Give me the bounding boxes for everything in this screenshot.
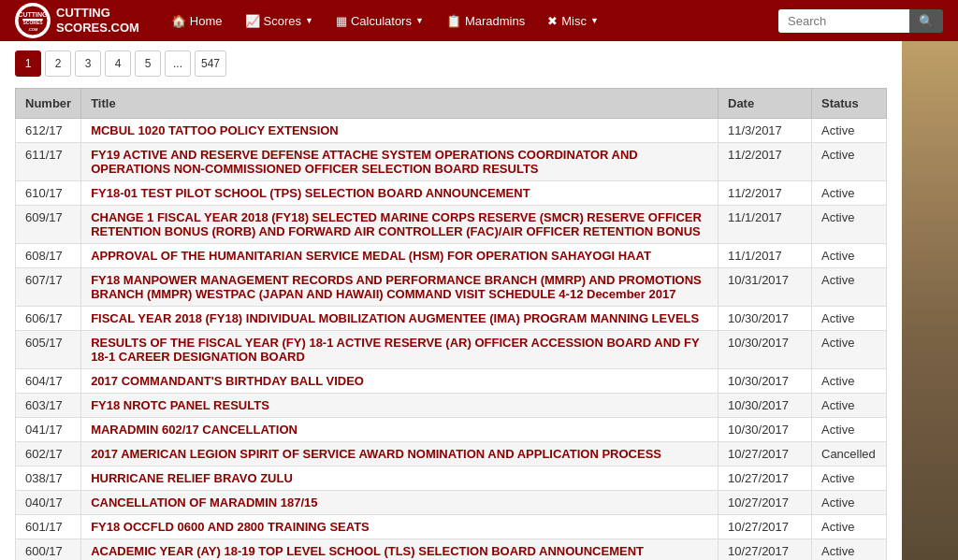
calculators-caret-icon: ▼ xyxy=(415,16,424,25)
col-number: Number xyxy=(16,89,81,119)
maradmins-icon: 📋 xyxy=(446,14,461,28)
cell-status: Active xyxy=(812,307,887,331)
cell-number: 611/17 xyxy=(16,143,81,181)
cell-number: 607/17 xyxy=(16,268,81,307)
scores-caret-icon: ▼ xyxy=(305,16,313,25)
search-icon: 🔍 xyxy=(919,14,934,28)
svg-rect-4 xyxy=(22,19,43,21)
table-row: 041/17MARADMIN 602/17 CANCELLATION10/30/… xyxy=(16,418,887,442)
cell-status: Active xyxy=(812,268,887,307)
nav-misc[interactable]: ✖ Misc ▼ xyxy=(538,8,608,34)
cell-title: FISCAL YEAR 2018 (FY18) INDIVIDUAL MOBIL… xyxy=(81,307,718,331)
title-link[interactable]: 2017 COMMANDANT'S BIRTHDAY BALL VIDEO xyxy=(91,374,364,388)
col-title: Title xyxy=(81,89,718,119)
cell-status: Active xyxy=(812,515,887,539)
table-header: Number Title Date Status xyxy=(16,89,887,119)
cell-title: HURRICANE RELIEF BRAVO ZULU xyxy=(81,467,718,491)
logo-icon: CUTTING SCORES .COM xyxy=(17,5,49,36)
cell-date: 10/30/2017 xyxy=(718,369,812,394)
table-row: 040/17CANCELLATION OF MARADMIN 187/1510/… xyxy=(16,491,887,515)
title-link[interactable]: FY18 OCCFLD 0600 AND 2800 TRAINING SEATS xyxy=(91,520,370,534)
cell-title: RESULTS OF THE FISCAL YEAR (FY) 18-1 ACT… xyxy=(81,331,718,369)
cell-title: FY18 OCCFLD 0600 AND 2800 TRAINING SEATS xyxy=(81,515,718,539)
cell-status: Active xyxy=(812,369,887,394)
cell-title: FY19 ACTIVE AND RESERVE DEFENSE ATTACHE … xyxy=(81,143,718,181)
pagination-page-5[interactable]: 5 xyxy=(135,50,161,77)
cell-title: FY18 MANPOWER MANAGEMENT RECORDS AND PER… xyxy=(81,268,718,307)
soldier-background xyxy=(902,0,958,560)
title-link[interactable]: CANCELLATION OF MARADMIN 187/15 xyxy=(91,495,317,510)
pagination-page-4[interactable]: 4 xyxy=(105,50,131,77)
cell-date: 10/27/2017 xyxy=(718,467,812,491)
cell-date: 11/2/2017 xyxy=(718,143,812,181)
cell-title: FY18-01 TEST PILOT SCHOOL (TPS) SELECTIO… xyxy=(81,181,718,206)
cell-status: Active xyxy=(812,331,887,369)
cell-number: 612/17 xyxy=(16,119,81,143)
cell-status: Active xyxy=(812,206,887,244)
search-button[interactable]: 🔍 xyxy=(909,9,943,33)
cell-date: 10/30/2017 xyxy=(718,331,812,369)
search-input[interactable] xyxy=(778,9,909,33)
table-row: 038/17HURRICANE RELIEF BRAVO ZULU10/27/2… xyxy=(16,467,887,491)
cell-status: Active xyxy=(812,181,887,206)
title-link[interactable]: ACADEMIC YEAR (AY) 18-19 TOP LEVEL SCHOO… xyxy=(91,544,644,558)
table-row: 612/17MCBUL 1020 TATTOO POLICY EXTENSION… xyxy=(16,119,887,143)
cell-date: 10/27/2017 xyxy=(718,491,812,515)
cell-number: 609/17 xyxy=(16,206,81,244)
title-link[interactable]: APPROVAL OF THE HUMANITARIAN SERVICE MED… xyxy=(91,249,651,263)
title-link[interactable]: 2017 AMERICAN LEGION SPIRIT OF SERVICE A… xyxy=(91,447,661,461)
misc-caret-icon: ▼ xyxy=(590,16,599,25)
table-row: 608/17APPROVAL OF THE HUMANITARIAN SERVI… xyxy=(16,244,887,268)
pagination-page-2[interactable]: 2 xyxy=(45,50,71,77)
title-link[interactable]: CHANGE 1 FISCAL YEAR 2018 (FY18) SELECTE… xyxy=(91,210,702,238)
col-status: Status xyxy=(812,89,887,119)
navbar: CUTTING SCORES .COM CUTTING SCORES.COM 🏠… xyxy=(0,0,958,41)
title-link[interactable]: FY18 MANPOWER MANAGEMENT RECORDS AND PER… xyxy=(91,273,702,301)
title-link[interactable]: RESULTS OF THE FISCAL YEAR (FY) 18-1 ACT… xyxy=(91,336,699,364)
cell-status: Active xyxy=(812,418,887,442)
pagination-page-1[interactable]: 1 xyxy=(15,50,41,77)
title-link[interactable]: FY19 ACTIVE AND RESERVE DEFENSE ATTACHE … xyxy=(91,148,638,176)
home-icon: 🏠 xyxy=(171,14,186,28)
title-link[interactable]: FY18 NROTC PANEL RESULTS xyxy=(91,398,269,412)
cell-title: 2017 AMERICAN LEGION SPIRIT OF SERVICE A… xyxy=(81,442,718,467)
cell-number: 606/17 xyxy=(16,307,81,331)
title-link[interactable]: FY18-01 TEST PILOT SCHOOL (TPS) SELECTIO… xyxy=(91,186,530,200)
cell-title: FY18 NROTC PANEL RESULTS xyxy=(81,394,718,418)
title-link[interactable]: FISCAL YEAR 2018 (FY18) INDIVIDUAL MOBIL… xyxy=(91,311,699,325)
title-link[interactable]: MCBUL 1020 TATTOO POLICY EXTENSION xyxy=(91,123,339,137)
cell-status: Active xyxy=(812,394,887,418)
cell-title: CHANGE 1 FISCAL YEAR 2018 (FY18) SELECTE… xyxy=(81,206,718,244)
table-row: 611/17FY19 ACTIVE AND RESERVE DEFENSE AT… xyxy=(16,143,887,181)
cell-date: 11/2/2017 xyxy=(718,181,812,206)
pagination-page-3[interactable]: 3 xyxy=(75,50,101,77)
table-row: 607/17FY18 MANPOWER MANAGEMENT RECORDS A… xyxy=(16,268,887,307)
cell-status: Active xyxy=(812,244,887,268)
logo-emblem: CUTTING SCORES .COM xyxy=(15,3,51,38)
pagination-page-547[interactable]: 547 xyxy=(195,50,226,77)
title-link[interactable]: MARADMIN 602/17 CANCELLATION xyxy=(91,423,298,437)
nav-home[interactable]: 🏠 Home xyxy=(162,8,232,34)
cell-number: 603/17 xyxy=(16,394,81,418)
scores-icon: 📈 xyxy=(245,14,260,28)
misc-icon: ✖ xyxy=(547,14,558,28)
table-row: 610/17FY18-01 TEST PILOT SCHOOL (TPS) SE… xyxy=(16,181,887,206)
col-date: Date xyxy=(718,89,812,119)
cell-title: MCBUL 1020 TATTOO POLICY EXTENSION xyxy=(81,119,718,143)
pagination-ellipsis: ... xyxy=(165,50,191,77)
cell-number: 041/17 xyxy=(16,418,81,442)
calculators-icon: ▦ xyxy=(336,14,347,28)
cell-number: 601/17 xyxy=(16,515,81,539)
table-row: 603/17FY18 NROTC PANEL RESULTS10/30/2017… xyxy=(16,394,887,418)
cell-number: 040/17 xyxy=(16,491,81,515)
site-logo[interactable]: CUTTING SCORES .COM CUTTING SCORES.COM xyxy=(15,3,139,38)
nav-maradmins[interactable]: 📋 Maradmins xyxy=(437,8,534,34)
cell-date: 10/30/2017 xyxy=(718,307,812,331)
nav-scores[interactable]: 📈 Scores ▼ xyxy=(236,8,323,34)
logo-text: CUTTING SCORES.COM xyxy=(56,6,139,35)
cell-date: 11/1/2017 xyxy=(718,206,812,244)
table-row: 600/17ACADEMIC YEAR (AY) 18-19 TOP LEVEL… xyxy=(16,539,887,561)
table-row: 605/17RESULTS OF THE FISCAL YEAR (FY) 18… xyxy=(16,331,887,369)
title-link[interactable]: HURRICANE RELIEF BRAVO ZULU xyxy=(91,471,293,485)
nav-calculators[interactable]: ▦ Calculators ▼ xyxy=(327,8,433,34)
